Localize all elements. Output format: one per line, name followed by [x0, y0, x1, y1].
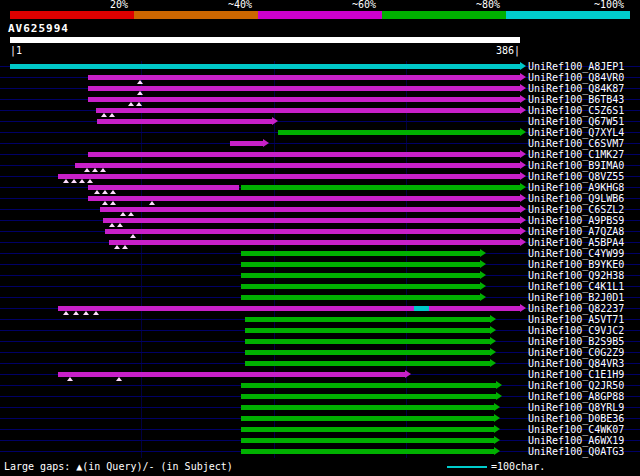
alignment-bar-segment[interactable] [414, 306, 429, 311]
alignment-bar-segment[interactable] [241, 273, 481, 278]
hit-accession-link[interactable]: UniRef100_Q84K87 [528, 83, 624, 94]
alignment-arrowhead-icon [520, 95, 526, 103]
alignment-bar-segment[interactable] [109, 240, 520, 245]
hit-accession-link[interactable]: UniRef100_B2J0D1 [528, 292, 624, 303]
hit-accession-link[interactable]: UniRef100_A5VT71 [528, 314, 624, 325]
alignment-bar-segment[interactable] [245, 328, 490, 333]
hit-accession-link[interactable]: UniRef100_C1E1H9 [528, 369, 624, 380]
hit-accession-link[interactable]: UniRef100_Q2JR50 [528, 380, 624, 391]
alignment-arrowhead-icon [520, 238, 526, 246]
hit-accession-link[interactable]: UniRef100_B9IMA0 [528, 160, 624, 171]
alignment-row: UniRef100_A8JEP1 [0, 61, 640, 72]
hit-accession-link[interactable]: UniRef100_C4K1L1 [528, 281, 624, 292]
alignment-bar-segment[interactable] [58, 372, 405, 377]
hit-accession-link[interactable]: UniRef100_D0BE36 [528, 413, 624, 424]
alignment-arrowhead-icon [520, 304, 526, 312]
hit-accession-link[interactable]: UniRef100_C5Z6S1 [528, 105, 624, 116]
alignment-bar-segment[interactable] [241, 185, 521, 190]
alignment-row: UniRef100_Q92H38 [0, 270, 640, 281]
alignment-bar-segment[interactable] [241, 262, 481, 267]
alignment-bar-segment[interactable] [10, 64, 520, 69]
alignment-arrowhead-icon [520, 216, 526, 224]
alignment-row: UniRef100_C4K1L1 [0, 281, 640, 292]
alignment-bar-segment[interactable] [75, 163, 520, 168]
alignment-arrowhead-icon [490, 359, 496, 367]
alignment-row: UniRef100_Q7XYL4 [0, 127, 640, 138]
alignment-bar-segment[interactable] [241, 449, 494, 454]
blast-alignment-overview: 20%~40%~60%~80%~100% AV625994 |1 386| Un… [0, 0, 640, 476]
hit-accession-link[interactable]: UniRef100_A7QZA8 [528, 226, 624, 237]
hit-accession-link[interactable]: UniRef100_B9YKE0 [528, 259, 624, 270]
alignment-bar-segment[interactable] [429, 306, 520, 311]
alignment-arrowhead-icon [520, 172, 526, 180]
hit-accession-link[interactable]: UniRef100_C9VJC2 [528, 325, 624, 336]
hit-accession-link[interactable]: UniRef100_A5BPA4 [528, 237, 624, 248]
score-scale-segment [258, 11, 382, 19]
hit-accession-link[interactable]: UniRef100_C0G2Z9 [528, 347, 624, 358]
hit-accession-link[interactable]: UniRef100_A8GP88 [528, 391, 624, 402]
hit-accession-link[interactable]: UniRef100_A8JEP1 [528, 61, 624, 72]
alignment-bar-segment[interactable] [97, 119, 272, 124]
hit-accession-link[interactable]: UniRef100_Q84VR3 [528, 358, 624, 369]
hit-accession-link[interactable]: UniRef100_Q8YRL9 [528, 402, 624, 413]
hit-accession-link[interactable]: UniRef100_Q7XYL4 [528, 127, 624, 138]
alignment-arrowhead-icon [405, 370, 411, 378]
alignment-bar-segment[interactable] [241, 427, 494, 432]
hit-accession-link[interactable]: UniRef100_B2S9B5 [528, 336, 624, 347]
alignment-row: UniRef100_B2J0D1 [0, 292, 640, 303]
alignment-bar-segment[interactable] [88, 75, 520, 80]
alignment-bar-segment[interactable] [88, 97, 520, 102]
alignment-row: UniRef100_B2S9B5 [0, 336, 640, 347]
alignment-arrowhead-icon [520, 161, 526, 169]
alignment-bar-segment[interactable] [88, 152, 520, 157]
hit-accession-link[interactable]: UniRef100_A6WX19 [528, 435, 624, 446]
alignment-bar-segment[interactable] [241, 394, 497, 399]
alignment-bar-segment[interactable] [58, 174, 520, 179]
alignment-bar-segment[interactable] [241, 438, 494, 443]
hit-accession-link[interactable]: UniRef100_Q8VZ55 [528, 171, 624, 182]
alignment-bar-segment[interactable] [100, 207, 520, 212]
hit-accession-link[interactable]: UniRef100_Q84VR0 [528, 72, 624, 83]
hit-accession-link[interactable]: UniRef100_Q92H38 [528, 270, 624, 281]
query-name: AV625994 [8, 22, 69, 35]
alignment-bar-segment[interactable] [241, 405, 494, 410]
hit-accession-link[interactable]: UniRef100_Q82237 [528, 303, 624, 314]
alignment-bar-segment[interactable] [241, 251, 481, 256]
alignment-bar-segment[interactable] [245, 317, 490, 322]
hit-accession-link[interactable]: UniRef100_Q67W51 [528, 116, 624, 127]
hit-accession-link[interactable]: UniRef100_A9KHG8 [528, 182, 624, 193]
alignment-bar-segment[interactable] [58, 306, 414, 311]
alignment-bar-segment[interactable] [88, 86, 520, 91]
hit-accession-link[interactable]: UniRef100_Q9LWB6 [528, 193, 624, 204]
alignment-row: UniRef100_A9PBS9 [0, 215, 640, 226]
alignment-bar-segment[interactable] [278, 130, 520, 135]
hit-accession-link[interactable]: UniRef100_A9PBS9 [528, 215, 624, 226]
hit-accession-link[interactable]: UniRef100_C6SZL2 [528, 204, 624, 215]
alignment-bar-segment[interactable] [103, 218, 520, 223]
alignment-row: UniRef100_D0BE36 [0, 413, 640, 424]
alignment-arrowhead-icon [480, 249, 486, 257]
hit-accession-link[interactable]: UniRef100_B6TB43 [528, 94, 624, 105]
alignment-bar-segment[interactable] [230, 141, 263, 146]
alignment-bar-segment[interactable] [241, 416, 494, 421]
alignment-bar-segment[interactable] [241, 383, 497, 388]
alignment-bar-segment[interactable] [241, 284, 481, 289]
hit-accession-link[interactable]: UniRef100_C4YW99 [528, 248, 624, 259]
alignment-bar-segment[interactable] [245, 361, 490, 366]
alignment-arrowhead-icon [496, 392, 502, 400]
alignment-bar-segment[interactable] [96, 108, 520, 113]
alignment-row: UniRef100_Q8YRL9 [0, 402, 640, 413]
alignment-row: UniRef100_C9VJC2 [0, 325, 640, 336]
alignment-bar-segment[interactable] [245, 350, 490, 355]
alignment-row: UniRef100_C4WK07 [0, 424, 640, 435]
score-scale-segment [10, 11, 134, 19]
alignment-bar-segment[interactable] [105, 229, 520, 234]
alignment-bar-segment[interactable] [241, 295, 481, 300]
alignment-row: UniRef100_C6SZL2 [0, 204, 640, 215]
hit-accession-link[interactable]: UniRef100_C4WK07 [528, 424, 624, 435]
hit-accession-link[interactable]: UniRef100_Q0ATG3 [528, 446, 624, 457]
hit-accession-link[interactable]: UniRef100_C1MK27 [528, 149, 624, 160]
hit-accession-link[interactable]: UniRef100_C6SVM7 [528, 138, 624, 149]
alignment-row: UniRef100_A6WX19 [0, 435, 640, 446]
alignment-bar-segment[interactable] [245, 339, 490, 344]
